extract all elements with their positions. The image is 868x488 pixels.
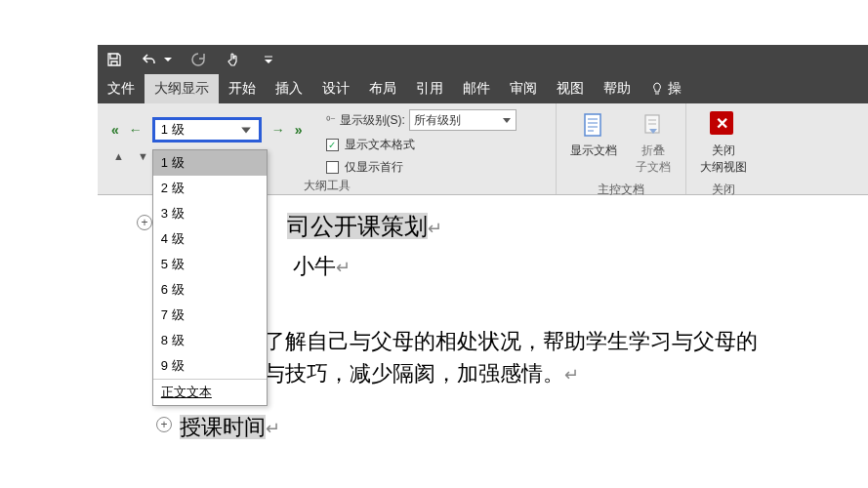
tab-home[interactable]: 开始 bbox=[219, 74, 266, 103]
svg-rect-0 bbox=[585, 114, 600, 136]
show-first-line-label: 仅显示首行 bbox=[345, 159, 403, 176]
outline-level-value: 1 级 bbox=[161, 121, 185, 139]
collapse-subdoc-button[interactable]: 折叠 子文档 bbox=[629, 107, 678, 180]
tab-mailings[interactable]: 邮件 bbox=[453, 74, 500, 103]
show-document-label: 显示文档 bbox=[570, 142, 617, 159]
checkbox-unchecked-icon bbox=[326, 161, 339, 174]
redo-icon[interactable] bbox=[189, 51, 207, 68]
demote-to-body-icon[interactable]: » bbox=[295, 122, 303, 138]
menu-bar: 文件 大纲显示 开始 插入 设计 布局 引用 邮件 审阅 视图 帮助 操 bbox=[98, 74, 868, 103]
show-level-label: 显示级别(S): bbox=[340, 112, 405, 129]
doc-body-line-2[interactable]: 与技巧，减少隔阂，加强感情。↵ bbox=[264, 357, 868, 389]
outline-promote-demote: « ← 1 级 1 级 2 级 3 级 bbox=[105, 107, 303, 162]
show-level-marker-icon: ⁰⁻ bbox=[326, 114, 336, 127]
level-option-7[interactable]: 7 级 bbox=[153, 303, 267, 328]
move-up-icon[interactable]: ▲ bbox=[113, 150, 124, 162]
level-option-9[interactable]: 9 级 bbox=[153, 353, 267, 379]
show-document-button[interactable]: 显示文档 bbox=[564, 107, 623, 163]
show-document-icon bbox=[580, 111, 607, 139]
level-option-1[interactable]: 1 级 bbox=[153, 150, 267, 176]
show-first-line-checkbox[interactable]: 仅显示首行 bbox=[326, 159, 517, 176]
level-option-6[interactable]: 6 级 bbox=[153, 277, 267, 303]
tab-design[interactable]: 设计 bbox=[312, 74, 359, 103]
tab-references[interactable]: 引用 bbox=[406, 74, 453, 103]
tab-help[interactable]: 帮助 bbox=[594, 74, 641, 103]
tab-tell-me[interactable]: 操 bbox=[641, 74, 691, 103]
paragraph-mark-icon: ↵ bbox=[428, 219, 442, 238]
outline-level-dropdown[interactable]: 1 级 1 级 2 级 3 级 4 级 5 级 6 级 bbox=[152, 117, 262, 142]
level-option-8[interactable]: 8 级 bbox=[153, 328, 267, 353]
show-text-format-checkbox[interactable]: ✓ 显示文本格式 bbox=[326, 137, 517, 153]
doc-body-line-1[interactable]: 了解自己与父母的相处状况，帮助学生学习与父母的 bbox=[264, 325, 868, 357]
show-text-format-label: 显示文本格式 bbox=[345, 137, 415, 153]
doc-author[interactable]: 小牛↵ bbox=[293, 250, 351, 282]
tab-file[interactable]: 文件 bbox=[98, 74, 145, 103]
touch-mode-icon[interactable] bbox=[225, 51, 242, 68]
level-option-5[interactable]: 5 级 bbox=[153, 252, 267, 277]
outline-expand-bullet-icon[interactable]: + bbox=[137, 215, 152, 230]
show-level-value: 所有级别 bbox=[414, 112, 461, 129]
paragraph-mark-icon: ↵ bbox=[564, 365, 579, 385]
close-outline-label-1: 关闭 bbox=[712, 142, 735, 159]
close-outline-label-2: 大纲视图 bbox=[700, 159, 747, 176]
undo-icon[interactable] bbox=[141, 51, 158, 68]
demote-icon[interactable]: → bbox=[271, 122, 285, 138]
level-option-2[interactable]: 2 级 bbox=[153, 176, 267, 201]
collapse-subdoc-label-1: 折叠 bbox=[641, 142, 665, 159]
doc-heading-2[interactable]: 授课时间↵ bbox=[180, 411, 280, 443]
tab-insert[interactable]: 插入 bbox=[266, 74, 312, 103]
tab-view[interactable]: 视图 bbox=[547, 74, 594, 103]
paragraph-mark-icon: ↵ bbox=[336, 258, 351, 277]
move-down-icon[interactable]: ▼ bbox=[138, 150, 148, 162]
chevron-down-icon bbox=[502, 115, 512, 125]
level-option-body[interactable]: 正文文本 bbox=[153, 379, 267, 405]
tell-me-label: 操 bbox=[668, 80, 682, 98]
collapse-subdoc-label-2: 子文档 bbox=[636, 159, 671, 176]
tab-layout[interactable]: 布局 bbox=[359, 74, 406, 103]
close-outline-view-button[interactable]: ✕ 关闭 大纲视图 bbox=[694, 107, 753, 180]
close-icon: ✕ bbox=[710, 111, 737, 139]
outline-level-dropdown-list: 1 级 2 级 3 级 4 级 5 级 6 级 7 级 8 级 9 级 正文文本 bbox=[152, 149, 268, 406]
ribbon: « ← 1 级 1 级 2 级 3 级 bbox=[98, 103, 868, 195]
tab-review[interactable]: 审阅 bbox=[500, 74, 547, 103]
collapse-subdoc-icon bbox=[640, 111, 667, 139]
quick-access-toolbar bbox=[98, 45, 868, 74]
paragraph-mark-icon: ↵ bbox=[266, 419, 280, 438]
promote-to-heading1-icon[interactable]: « bbox=[111, 122, 119, 138]
level-option-3[interactable]: 3 级 bbox=[153, 201, 267, 226]
undo-dropdown-icon[interactable] bbox=[164, 51, 172, 68]
chevron-down-icon bbox=[237, 121, 255, 139]
save-icon[interactable] bbox=[105, 51, 123, 68]
level-option-4[interactable]: 4 级 bbox=[153, 226, 267, 252]
tab-outline[interactable]: 大纲显示 bbox=[145, 74, 219, 103]
show-level-select[interactable]: 所有级别 bbox=[409, 109, 517, 131]
customize-qat-icon[interactable] bbox=[260, 51, 277, 68]
doc-title[interactable]: 司公开课策划↵ bbox=[287, 209, 442, 244]
promote-icon[interactable]: ← bbox=[129, 122, 143, 138]
outline-expand-bullet-icon[interactable]: + bbox=[156, 417, 172, 432]
checkbox-checked-icon: ✓ bbox=[326, 139, 339, 151]
